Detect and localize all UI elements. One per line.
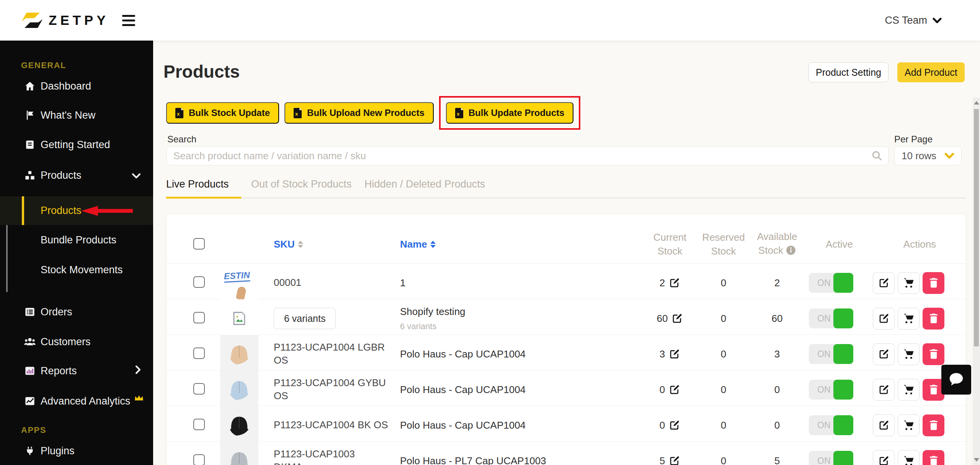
sidebar-item-products[interactable]: Products [0, 165, 153, 186]
actions-cell [873, 414, 966, 436]
scroll-up-arrow[interactable] [974, 101, 979, 104]
sidebar-item-getting-started[interactable]: Getting Started [0, 134, 153, 155]
product-setting-button[interactable]: Product Setting [808, 62, 889, 82]
column-header-actions: Actions [873, 238, 966, 251]
info-icon[interactable] [786, 245, 796, 259]
sidebar-item-advanced-analytics[interactable]: Advanced Analytics [0, 390, 153, 412]
column-header-sku[interactable]: SKU [274, 238, 400, 250]
sidebar-subitem-stock-movements[interactable]: Stock Movements [0, 259, 153, 281]
search-input[interactable] [166, 146, 889, 165]
per-page-select[interactable]: 10 rows [894, 146, 962, 165]
edit-stock-icon[interactable] [669, 419, 680, 431]
chat-widget-button[interactable] [941, 365, 971, 395]
trash-icon [928, 313, 939, 324]
active-tab-indicator [166, 197, 241, 199]
sidebar-subitem-products-active[interactable]: Products [0, 196, 153, 225]
row-checkbox[interactable] [193, 312, 205, 323]
toggle-knob [833, 308, 853, 328]
active-toggle[interactable]: ON [809, 344, 853, 364]
current-stock-cell: 0 [641, 384, 699, 396]
sidebar-item-whats-new[interactable]: What's New [0, 104, 153, 126]
product-sku: P1123-UCAP1004 BK OS [274, 419, 400, 432]
edit-stock-icon[interactable] [669, 455, 680, 465]
edit-product-button[interactable] [873, 379, 895, 401]
active-toggle[interactable]: ON [809, 308, 853, 328]
tab-hidden-deleted-products[interactable]: Hidden / Deleted Products [364, 178, 485, 190]
sidebar-item-reports[interactable]: Reports [0, 360, 153, 382]
row-checkbox[interactable] [193, 454, 205, 465]
row-checkbox[interactable] [193, 276, 205, 288]
delete-product-button[interactable] [923, 272, 944, 294]
edit-stock-icon[interactable] [669, 277, 680, 289]
page-scrollbar[interactable] [973, 98, 980, 465]
add-product-button[interactable]: Add Product [897, 62, 965, 82]
cart-icon [903, 348, 915, 360]
delete-product-button[interactable] [923, 308, 944, 330]
user-menu[interactable]: CS Team [885, 0, 942, 41]
product-image-broken [220, 299, 258, 338]
select-all-checkbox[interactable] [193, 238, 205, 250]
sidebar-subitem-bundle-products[interactable]: Bundle Products [0, 229, 153, 251]
edit-product-button[interactable] [873, 272, 895, 294]
edit-stock-icon[interactable] [669, 348, 680, 360]
cart-button[interactable] [898, 272, 920, 294]
products-table-card: SKU Name Current Stock Reserved Stock Av… [166, 214, 966, 465]
edit-stock-icon[interactable] [669, 384, 680, 395]
brand-name: ZETPY [49, 13, 109, 28]
per-page-label: Per Page [894, 134, 933, 145]
delete-product-button[interactable] [923, 343, 944, 365]
cart-button[interactable] [898, 450, 920, 465]
cart-button[interactable] [898, 308, 920, 330]
row-checkbox[interactable] [193, 383, 205, 395]
edit-stock-icon[interactable] [671, 313, 683, 324]
sort-icon[interactable] [430, 241, 436, 248]
cart-button[interactable] [898, 414, 920, 436]
row-checkbox[interactable] [193, 348, 205, 359]
column-header-name[interactable]: Name [400, 238, 641, 250]
bulk-update-products-button[interactable]: x Bulk Update Products [446, 102, 574, 124]
tab-live-products[interactable]: Live Products [166, 178, 229, 190]
bulk-stock-update-button[interactable]: x Bulk Stock Update [166, 102, 279, 124]
product-image: ESTIN [220, 264, 258, 302]
sidebar-item-customers[interactable]: Customers [0, 331, 153, 352]
variants-button[interactable]: 6 variants [274, 308, 336, 329]
product-name: Polo Haus - Cap UCAP1004 [400, 384, 641, 396]
product-name: Polo Haus - Cap UCAP1004 [400, 419, 641, 431]
per-page-value: 10 rows [902, 150, 936, 162]
active-toggle[interactable]: ON [809, 380, 853, 400]
row-checkbox[interactable] [193, 419, 205, 430]
sort-icon[interactable] [298, 241, 303, 248]
delete-product-button[interactable] [923, 414, 944, 436]
active-toggle[interactable]: ON [809, 273, 853, 293]
search-field [166, 146, 889, 165]
hamburger-menu-icon[interactable] [122, 15, 135, 26]
trash-icon [928, 384, 939, 395]
column-header-available-stock: Available Stock [748, 230, 806, 258]
edit-product-button[interactable] [873, 414, 895, 436]
sidebar-item-orders[interactable]: Orders [0, 301, 153, 323]
scroll-down-arrow[interactable] [974, 458, 979, 462]
zetpy-logo[interactable]: ZETPY [21, 11, 109, 29]
edit-product-button[interactable] [873, 450, 895, 465]
flag-icon [23, 110, 37, 121]
sidebar-item-plugins[interactable]: Plugins [0, 440, 153, 462]
active-toggle[interactable]: ON [809, 451, 853, 465]
current-stock-cell: 3 [641, 348, 699, 360]
table-row: 6 variants Shopify testing 6 variants 60… [167, 299, 966, 335]
trash-icon [928, 348, 939, 360]
cart-button[interactable] [898, 343, 920, 365]
delete-product-button[interactable] [923, 450, 944, 465]
tab-out-of-stock-products[interactable]: Out of Stock Products [251, 178, 352, 190]
actions-cell [873, 450, 966, 465]
cart-button[interactable] [898, 379, 920, 401]
column-header-active: Active [806, 238, 873, 251]
edit-product-button[interactable] [873, 343, 895, 365]
active-toggle[interactable]: ON [809, 415, 853, 435]
bulk-upload-new-products-button[interactable]: x Bulk Upload New Products [284, 102, 434, 124]
search-icon[interactable] [871, 150, 883, 163]
scrollbar-thumb[interactable] [974, 109, 979, 346]
table-header-row: SKU Name Current Stock Reserved Stock Av… [167, 225, 966, 264]
sidebar-item-dashboard[interactable]: Dashboard [0, 75, 153, 97]
boxes-icon [23, 170, 37, 181]
edit-product-button[interactable] [873, 308, 895, 330]
